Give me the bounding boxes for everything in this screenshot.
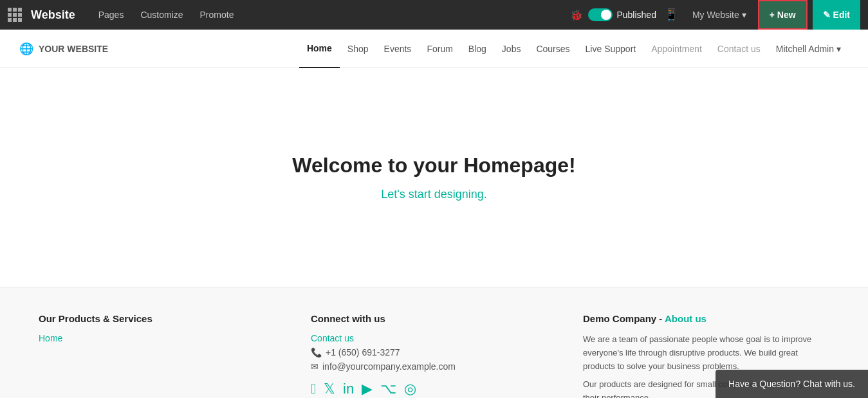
publish-toggle-wrapper: Published — [588, 8, 656, 21]
footer-col-products: Our Products & Services Home — [39, 313, 285, 398]
mobile-preview-icon[interactable]: 📱 — [661, 8, 681, 22]
bug-icon[interactable]: 🐞 — [570, 9, 583, 21]
admin-nav-pages[interactable]: Pages — [92, 0, 131, 30]
youtube-icon[interactable]: ▶ — [362, 381, 373, 397]
chevron-down-icon: ▾ — [836, 44, 841, 54]
nav-live-support[interactable]: Live Support — [578, 30, 644, 68]
admin-bar-left: Website Pages Customize Promote — [8, 0, 570, 30]
user-menu[interactable]: Mitchell Admin ▾ — [768, 44, 849, 54]
nav-appointment[interactable]: Appointment — [643, 30, 710, 68]
instagram-icon[interactable]: ◎ — [404, 381, 416, 397]
edit-button[interactable]: ✎ Edit — [813, 0, 860, 30]
globe-icon: 🌐 — [19, 42, 33, 56]
social-icons:  𝕏 in ▶ ⌥ ◎ — [311, 381, 557, 397]
linkedin-icon[interactable]: in — [343, 381, 354, 397]
publish-toggle[interactable] — [588, 8, 613, 21]
footer-col-connect: Connect with us Contact us 📞 +1 (650) 69… — [311, 313, 557, 398]
phone-icon: 📞 — [311, 347, 322, 357]
footer-link-home[interactable]: Home — [39, 333, 285, 343]
github-icon[interactable]: ⌥ — [380, 381, 396, 397]
footer-products-heading: Our Products & Services — [39, 313, 285, 324]
nav-shop[interactable]: Shop — [340, 30, 376, 68]
chat-widget[interactable]: Have a Question? Chat with us. — [716, 370, 868, 398]
site-nav: 🌐 YOUR WEBSITE Home Shop Events Forum Bl… — [0, 30, 868, 68]
admin-brand[interactable]: Website — [31, 8, 75, 22]
published-label: Published — [616, 10, 656, 20]
admin-nav-customize[interactable]: Customize — [134, 0, 189, 30]
toggle-thumb — [601, 10, 611, 20]
footer-desc1: We are a team of passionate people whose… — [583, 333, 829, 373]
main-content: Welcome to your Homepage! Let's start de… — [0, 68, 868, 287]
nav-forum[interactable]: Forum — [419, 30, 460, 68]
footer-company-heading: Demo Company - About us — [583, 313, 829, 324]
nav-home[interactable]: Home — [299, 30, 340, 68]
hero-title: Welcome to your Homepage! — [292, 154, 575, 177]
hero-subtitle[interactable]: Let's start designing. — [381, 188, 487, 201]
admin-nav-promote[interactable]: Promote — [194, 0, 241, 30]
site-logo: 🌐 YOUR WEBSITE — [19, 42, 108, 56]
twitter-icon[interactable]: 𝕏 — [324, 381, 335, 397]
nav-events[interactable]: Events — [376, 30, 420, 68]
nav-contact[interactable]: Contact us — [710, 30, 768, 68]
new-button[interactable]: + New — [758, 0, 808, 30]
site-nav-links: Home Shop Events Forum Blog Jobs Courses… — [299, 30, 849, 68]
admin-bar-right: 🐞 Published 📱 My Website ▾ + New ✎ Edit — [570, 0, 860, 30]
facebook-icon[interactable]:  — [311, 381, 316, 397]
footer-about-link[interactable]: About us — [665, 313, 706, 324]
admin-bar: Website Pages Customize Promote 🐞 Publis… — [0, 0, 868, 30]
my-website-button[interactable]: My Website ▾ — [686, 0, 753, 30]
footer-phone: 📞 +1 (650) 691-3277 — [311, 347, 557, 357]
footer-connect-heading: Connect with us — [311, 313, 557, 324]
nav-blog[interactable]: Blog — [461, 30, 494, 68]
nav-courses[interactable]: Courses — [528, 30, 577, 68]
email-icon: ✉ — [311, 361, 319, 372]
footer-contact-link[interactable]: Contact us — [311, 333, 557, 343]
chevron-down-icon: ▾ — [742, 10, 746, 20]
nav-jobs[interactable]: Jobs — [494, 30, 529, 68]
apps-grid-icon[interactable] — [8, 8, 22, 22]
footer-email: ✉ info@yourcompany.example.com — [311, 361, 557, 372]
